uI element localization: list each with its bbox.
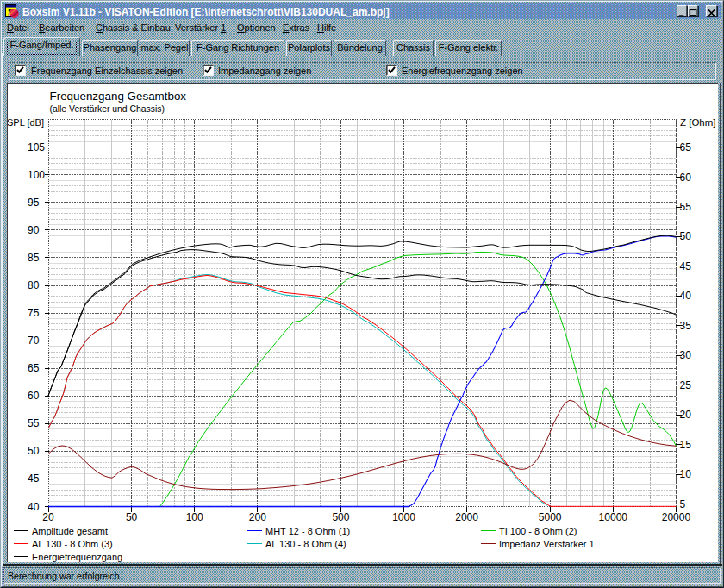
svg-text:50: 50 bbox=[28, 445, 40, 457]
svg-text:Amplitude gesamt: Amplitude gesamt bbox=[32, 526, 108, 536]
svg-text:(alle Verstärker und Chassis): (alle Verstärker und Chassis) bbox=[50, 104, 165, 114]
svg-text:100: 100 bbox=[186, 511, 203, 523]
svg-text:60: 60 bbox=[680, 172, 692, 184]
svg-text:35: 35 bbox=[680, 320, 692, 332]
svg-text:100: 100 bbox=[28, 169, 45, 181]
svg-text:30: 30 bbox=[680, 349, 692, 361]
svg-text:20: 20 bbox=[42, 511, 54, 523]
svg-text:10000: 10000 bbox=[599, 511, 628, 523]
svg-text:40: 40 bbox=[28, 501, 40, 513]
svg-text:Energiefrequenzgang: Energiefrequenzgang bbox=[32, 552, 122, 562]
svg-text:Impedanz Verstärker 1: Impedanz Verstärker 1 bbox=[499, 539, 595, 549]
svg-text:Z [Ohm]: Z [Ohm] bbox=[680, 117, 716, 128]
svg-text:200: 200 bbox=[249, 511, 266, 523]
svg-text:45: 45 bbox=[680, 260, 692, 272]
svg-text:AL 130 - 8 Ohm (3): AL 130 - 8 Ohm (3) bbox=[32, 539, 113, 549]
svg-text:2000: 2000 bbox=[455, 511, 478, 523]
svg-text:65: 65 bbox=[680, 141, 692, 153]
svg-text:TI 100 - 8 Ohm (2): TI 100 - 8 Ohm (2) bbox=[499, 526, 577, 536]
svg-text:20: 20 bbox=[680, 409, 692, 421]
svg-text:1000: 1000 bbox=[392, 511, 415, 523]
svg-text:SPL [dB]: SPL [dB] bbox=[8, 117, 44, 128]
svg-text:Frequenzgang Gesamtbox: Frequenzgang Gesamtbox bbox=[50, 90, 187, 103]
svg-text:60: 60 bbox=[28, 390, 40, 402]
svg-text:10: 10 bbox=[680, 468, 692, 480]
svg-text:105: 105 bbox=[28, 141, 45, 153]
svg-text:MHT 12 - 8 Ohm (1): MHT 12 - 8 Ohm (1) bbox=[265, 526, 350, 536]
svg-text:50: 50 bbox=[126, 511, 138, 523]
svg-text:45: 45 bbox=[28, 472, 40, 485]
svg-text:5000: 5000 bbox=[539, 511, 562, 523]
svg-text:25: 25 bbox=[680, 379, 692, 391]
svg-text:20000: 20000 bbox=[662, 511, 691, 523]
svg-text:65: 65 bbox=[28, 362, 40, 374]
svg-text:95: 95 bbox=[28, 197, 40, 209]
svg-text:85: 85 bbox=[28, 252, 40, 264]
svg-text:55: 55 bbox=[28, 417, 40, 429]
svg-text:90: 90 bbox=[28, 224, 40, 236]
svg-text:80: 80 bbox=[28, 279, 40, 291]
svg-text:55: 55 bbox=[680, 201, 692, 213]
svg-text:15: 15 bbox=[680, 439, 692, 451]
svg-text:AL 130 - 8 Ohm (4): AL 130 - 8 Ohm (4) bbox=[265, 539, 346, 549]
svg-text:5: 5 bbox=[680, 498, 686, 510]
svg-text:500: 500 bbox=[332, 511, 349, 523]
svg-text:70: 70 bbox=[28, 335, 40, 347]
svg-text:40: 40 bbox=[680, 290, 692, 302]
svg-text:50: 50 bbox=[680, 230, 692, 242]
svg-text:75: 75 bbox=[28, 307, 40, 319]
